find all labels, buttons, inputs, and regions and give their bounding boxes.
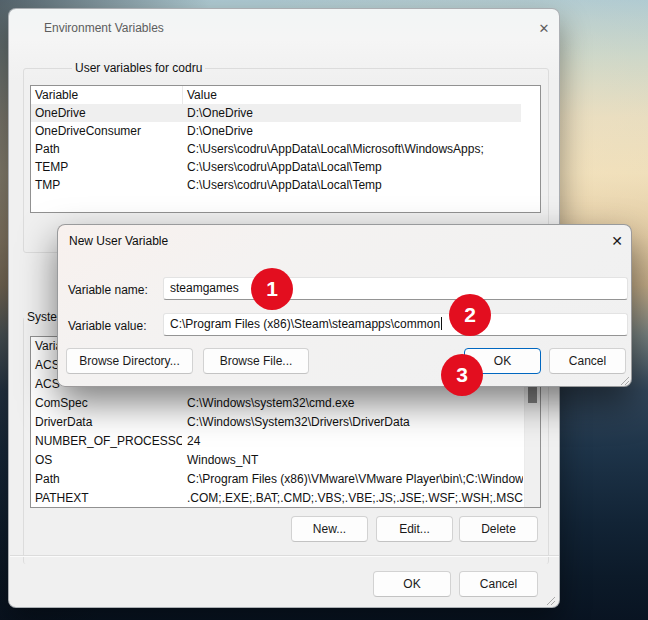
table-row[interactable]: OneDriveConsumer D:\OneDrive	[31, 122, 521, 140]
row-value: Windows_NT	[182, 451, 523, 470]
text-cursor	[441, 317, 442, 330]
table-row[interactable]: NUMBER_OF_PROCESSORS 24	[31, 432, 523, 451]
annotation-badge-1: 1	[251, 268, 293, 310]
footer-separator	[10, 555, 559, 557]
new-user-variable-dialog: New User Variable ✕ Variable name: steam…	[57, 224, 632, 387]
table-row[interactable]: ComSpec C:\Windows\system32\cmd.exe	[31, 394, 523, 413]
edit-button[interactable]: Edit...	[376, 516, 453, 542]
annotation-badge-2: 2	[449, 294, 491, 336]
desktop-background: Environment Variables ✕ User variables f…	[0, 0, 648, 620]
column-header-variable[interactable]: Variable	[31, 86, 183, 104]
ok-button[interactable]: OK	[373, 571, 451, 597]
table-row[interactable]: OS Windows_NT	[31, 451, 523, 470]
row-value: C:\Program Files (x86)\VMware\VMware Pla…	[182, 470, 523, 489]
row-value: D:\OneDrive	[182, 104, 521, 122]
row-value: C:\Windows\system32\cmd.exe	[182, 394, 523, 413]
table-row[interactable]: Path C:\Users\codru\AppData\Local\Micros…	[31, 140, 521, 158]
new-button[interactable]: New...	[291, 516, 368, 542]
resize-grip-icon[interactable]	[546, 595, 556, 605]
dialog-title: New User Variable	[69, 234, 168, 248]
row-value: C:\Users\codru\AppData\Local\Temp	[182, 176, 521, 194]
row-variable: TEMP	[31, 158, 182, 176]
variable-value-label: Variable value:	[68, 319, 147, 333]
list-header: Variable Value	[31, 86, 540, 104]
table-row[interactable]: OneDrive D:\OneDrive	[31, 104, 521, 122]
row-value: D:\OneDrive	[182, 122, 521, 140]
variable-value-text: C:\Program Files (x86)\Steam\steamapps\c…	[170, 317, 440, 331]
variable-name-text: steamgames	[170, 281, 239, 295]
cancel-button[interactable]: Cancel	[549, 348, 626, 374]
variable-name-input[interactable]: steamgames	[163, 277, 628, 300]
browse-file-button[interactable]: Browse File...	[203, 348, 309, 374]
user-variables-list[interactable]: Variable Value OneDrive D:\OneDrive OneD…	[30, 85, 541, 213]
variable-name-label: Variable name:	[68, 283, 148, 297]
row-variable: DriverData	[31, 413, 182, 432]
row-variable: OneDrive	[31, 104, 182, 122]
table-row[interactable]: PATHEXT .COM;.EXE;.BAT;.CMD;.VBS;.VBE;.J…	[31, 489, 523, 508]
row-variable: Path	[31, 140, 182, 158]
row-value: C:\Users\codru\AppData\Local\Temp	[182, 158, 521, 176]
row-variable: Path	[31, 470, 182, 489]
table-row[interactable]: TMP C:\Users\codru\AppData\Local\Temp	[31, 176, 521, 194]
row-variable: TMP	[31, 176, 182, 194]
variable-value-input[interactable]: C:\Program Files (x86)\Steam\steamapps\c…	[163, 313, 628, 336]
row-variable: ComSpec	[31, 394, 182, 413]
close-icon[interactable]: ✕	[531, 17, 557, 41]
row-value: C:\Users\codru\AppData\Local\Microsoft\W…	[182, 140, 521, 158]
dialog-title: Environment Variables	[44, 21, 164, 35]
row-value: C:\Windows\System32\Drivers\DriverData	[182, 413, 523, 432]
close-icon[interactable]: ✕	[604, 229, 630, 253]
row-value: .COM;.EXE;.BAT;.CMD;.VBS;.VBE;.JS;.JSE;.…	[182, 489, 523, 508]
row-value: 24	[182, 432, 523, 451]
user-variables-group-label: User variables for codru	[72, 62, 205, 75]
cancel-button[interactable]: Cancel	[459, 571, 538, 597]
table-row[interactable]: Path C:\Program Files (x86)\VMware\VMwar…	[31, 470, 523, 489]
row-variable: OS	[31, 451, 182, 470]
row-variable: PATHEXT	[31, 489, 182, 508]
table-row[interactable]: DriverData C:\Windows\System32\Drivers\D…	[31, 413, 523, 432]
row-variable: NUMBER_OF_PROCESSORS	[31, 432, 182, 451]
delete-button[interactable]: Delete	[459, 516, 538, 542]
table-row[interactable]: TEMP C:\Users\codru\AppData\Local\Temp	[31, 158, 521, 176]
resize-grip-icon[interactable]	[620, 375, 630, 385]
annotation-badge-3: 3	[441, 354, 483, 396]
column-header-value[interactable]: Value	[183, 86, 540, 104]
browse-directory-button[interactable]: Browse Directory...	[66, 348, 193, 374]
row-variable: OneDriveConsumer	[31, 122, 182, 140]
